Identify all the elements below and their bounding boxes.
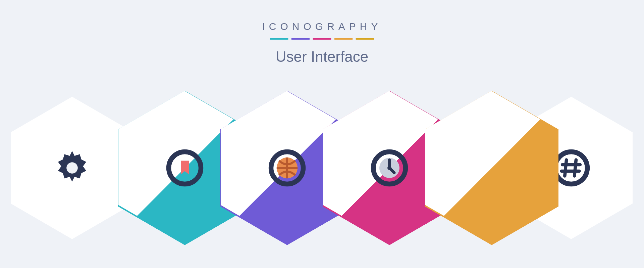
clock-icon bbox=[369, 148, 410, 188]
svg-point-1 bbox=[555, 152, 587, 184]
brand-wordmark: ICONOGRAPHY bbox=[0, 21, 644, 32]
svg-line-3 bbox=[575, 160, 576, 176]
header: ICONOGRAPHY User Interface bbox=[0, 21, 644, 65]
svg-line-2 bbox=[565, 160, 567, 176]
bookmark-icon bbox=[165, 148, 205, 188]
svg-point-0 bbox=[66, 162, 78, 174]
gear-icon bbox=[52, 148, 92, 188]
hex-tile bbox=[425, 91, 558, 245]
page-title: User Interface bbox=[0, 48, 644, 65]
icon-stage bbox=[0, 91, 644, 265]
brand-underline bbox=[0, 38, 644, 40]
hex-bg-left bbox=[11, 97, 133, 239]
ball-icon bbox=[267, 148, 307, 188]
